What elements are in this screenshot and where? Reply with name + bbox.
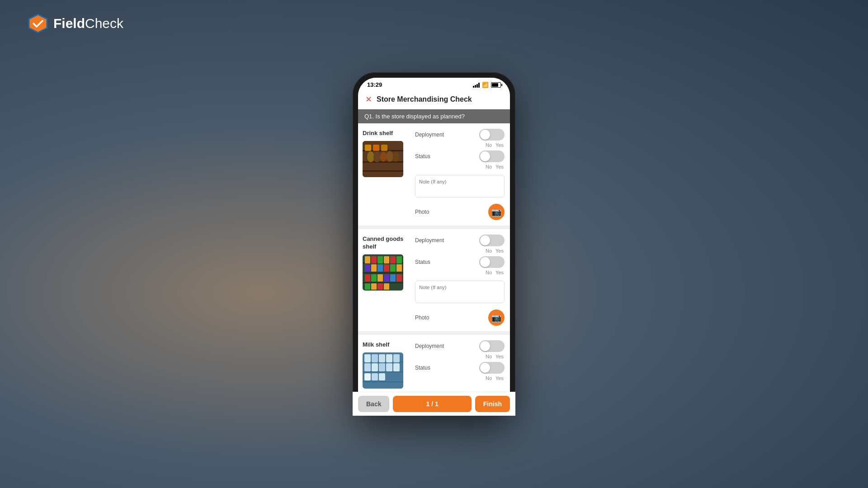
deployment-toggle-drink[interactable] (479, 129, 505, 141)
svg-rect-28 (390, 264, 396, 272)
svg-rect-11 (365, 145, 371, 151)
yes-label-deploy-drink: Yes (495, 142, 504, 148)
deployment-row-canned: Deployment (415, 235, 505, 246)
svg-rect-12 (373, 145, 379, 151)
phone-screen: 13:29 📶 ✕ Store Merchand (358, 78, 510, 410)
photo-row-canned: Photo 📷 (415, 310, 505, 326)
svg-rect-21 (384, 256, 389, 263)
close-button[interactable]: ✕ (365, 94, 372, 104)
fieldcheck-icon (27, 13, 49, 34)
canned-shelf-image (363, 254, 403, 291)
section-right-canned: Deployment No Yes Status (412, 229, 510, 331)
status-row-drink: Status (415, 150, 505, 162)
wifi-icon: 📶 (482, 82, 489, 88)
svg-point-8 (380, 152, 387, 162)
status-bar: 13:29 📶 (358, 78, 510, 90)
no-label-status-drink: No (486, 164, 492, 169)
svg-rect-23 (396, 256, 402, 263)
status-label-canned: Status (415, 259, 430, 265)
status-nolabel-canned: No Yes (415, 270, 505, 275)
svg-rect-52 (386, 363, 392, 371)
status-label-milk: Status (415, 365, 430, 371)
section-drink-shelf: Drink shelf (358, 123, 510, 225)
bottom-navigation: Back 1 / 1 Finish (358, 392, 510, 410)
status-row-canned: Status (415, 256, 505, 268)
deployment-label-canned: Deployment (415, 237, 444, 244)
logo: FieldCheck (27, 13, 123, 34)
no-label-deploy-canned: No (486, 248, 492, 253)
svg-rect-27 (384, 264, 389, 272)
svg-point-7 (373, 151, 381, 162)
svg-rect-24 (365, 264, 370, 272)
toggle-knob (480, 257, 490, 267)
deployment-row-drink: Deployment (415, 129, 505, 141)
svg-rect-39 (384, 283, 389, 290)
deployment-nolabel-milk: No Yes (415, 354, 505, 359)
svg-rect-50 (372, 363, 378, 371)
app-header: ✕ Store Merchandising Check (358, 90, 510, 109)
svg-rect-30 (365, 274, 370, 282)
svg-rect-26 (377, 264, 383, 272)
svg-rect-44 (364, 354, 371, 362)
note-input-drink[interactable] (415, 175, 505, 197)
svg-rect-54 (364, 373, 371, 380)
photo-label-canned: Photo (415, 314, 429, 321)
page-indicator: 1 / 1 (393, 396, 471, 410)
svg-rect-33 (384, 274, 389, 282)
deployment-nolabel-canned: No Yes (415, 248, 505, 253)
svg-rect-38 (377, 283, 383, 290)
svg-rect-46 (379, 354, 385, 362)
scroll-content[interactable]: Drink shelf (358, 123, 510, 410)
deployment-toggle-milk[interactable] (479, 340, 505, 352)
deployment-toggle-canned[interactable] (479, 235, 505, 246)
section-left-drink: Drink shelf (358, 123, 412, 225)
svg-rect-22 (390, 256, 396, 263)
svg-point-9 (386, 151, 393, 162)
signal-icon (473, 82, 480, 88)
status-row-milk: Status (415, 362, 505, 374)
svg-rect-55 (372, 373, 378, 380)
svg-rect-5 (363, 170, 403, 172)
question-text: Q1. Is the store displayed as planned? (364, 113, 465, 120)
svg-rect-42 (363, 371, 403, 372)
status-toggle-drink[interactable] (479, 150, 505, 162)
photo-label-drink: Photo (415, 209, 429, 215)
yes-label-deploy-canned: Yes (495, 248, 504, 253)
svg-rect-36 (365, 283, 370, 290)
toggle-knob (480, 341, 490, 351)
finish-button[interactable]: Finish (475, 396, 510, 410)
toggle-knob (480, 130, 490, 140)
back-button[interactable]: Back (358, 396, 389, 410)
question-banner: Q1. Is the store displayed as planned? (358, 109, 510, 123)
svg-rect-19 (371, 256, 377, 263)
phone-body: 13:29 📶 ✕ Store Merchand (353, 72, 515, 416)
camera-icon-drink: 📷 (491, 207, 501, 217)
app-title: Store Merchandising Check (377, 95, 472, 103)
status-label-drink: Status (415, 153, 430, 160)
svg-point-10 (393, 152, 399, 162)
section-right-drink: Deployment No Yes Status (412, 123, 510, 225)
status-toggle-milk[interactable] (479, 362, 505, 374)
section-left-milk: Milk shelf (358, 335, 412, 395)
toggle-knob (480, 363, 490, 373)
drink-shelf-label: Drink shelf (363, 130, 408, 137)
section-left-canned: Canned goods shelf (358, 229, 412, 331)
toggle-knob (480, 151, 490, 161)
camera-button-drink[interactable]: 📷 (488, 204, 505, 220)
deployment-label-drink: Deployment (415, 131, 444, 138)
section-milk-shelf: Milk shelf (358, 335, 510, 395)
svg-rect-31 (371, 274, 377, 282)
svg-rect-47 (386, 354, 392, 362)
yes-label-status-milk: Yes (495, 375, 504, 381)
no-label-status-milk: No (486, 375, 492, 381)
note-input-canned[interactable] (415, 281, 505, 303)
svg-rect-32 (377, 274, 383, 282)
svg-rect-29 (396, 264, 402, 272)
svg-rect-16 (363, 272, 403, 273)
no-label-deploy-milk: No (486, 354, 492, 359)
status-toggle-canned[interactable] (479, 256, 505, 268)
svg-rect-51 (379, 363, 385, 371)
camera-button-canned[interactable]: 📷 (488, 310, 505, 326)
svg-rect-18 (365, 256, 370, 263)
section-canned-shelf: Canned goods shelf (358, 229, 510, 331)
